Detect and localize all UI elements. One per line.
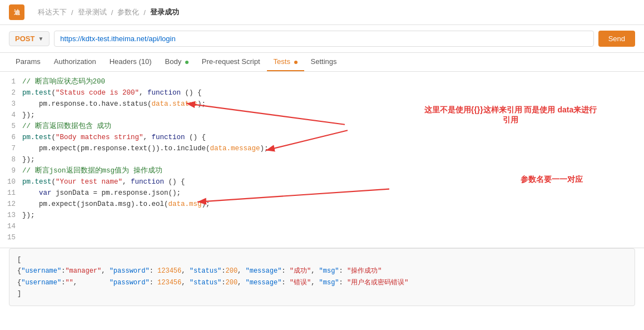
top-bar: 迪 科达天下 / 登录测试 / 参数化 / 登录成功 <box>0 0 644 25</box>
method-label: POST <box>15 35 34 43</box>
logo-icon: 迪 <box>9 4 24 20</box>
code-line-8: pm.expect(pm.response.text()).to.include… <box>22 143 635 154</box>
tests-dot <box>294 61 298 64</box>
code-line-3: pm.response.to.have.status(data.status); <box>22 98 635 110</box>
dropdown-arrow-icon: ▼ <box>38 36 43 42</box>
data-panel-line-2: {"username":"", "password": 123456, "sta… <box>17 277 627 288</box>
logo: 迪 <box>9 4 29 20</box>
code-line-6: // 断言返回数据包含 成功 <box>22 121 635 132</box>
breadcrumb: 科达天下 / 登录测试 / 参数化 / 登录成功 <box>36 7 181 17</box>
send-button[interactable]: Send <box>598 31 635 47</box>
body-dot <box>185 61 189 64</box>
code-content: // 断言响应状态码为200 pm.test("Status code is 2… <box>22 76 644 243</box>
tab-body[interactable]: Body <box>158 53 195 71</box>
tab-pre-request-script[interactable]: Pre-request Script <box>195 53 267 71</box>
url-bar: POST ▼ Send <box>0 25 644 53</box>
method-select[interactable]: POST ▼ <box>9 31 49 46</box>
tab-authorization[interactable]: Authorization <box>47 53 103 71</box>
code-line-11: // 断言json返回数据的msg值为 操作成功 <box>22 165 635 176</box>
main-content: 12345 678910 1112131415 // 断言响应状态码为200 p… <box>0 72 644 306</box>
data-panel: [ {"username":"manager", "password": 123… <box>9 248 635 306</box>
code-line-14: pm.expect(jsonData.msg).to.eol(data.msg)… <box>22 199 635 210</box>
code-line-13: var jsonData = pm.response.json(); <box>22 188 635 199</box>
breadcrumb-item-1[interactable]: 科达天下 <box>38 7 67 17</box>
code-line-9: }); <box>22 154 635 165</box>
code-lines: 12345 678910 1112131415 // 断言响应状态码为200 p… <box>0 72 644 248</box>
tab-settings[interactable]: Settings <box>304 53 344 71</box>
tab-tests[interactable]: Tests <box>267 53 304 71</box>
tab-params[interactable]: Params <box>9 53 47 71</box>
code-line-12: pm.test("Your test name", function () { <box>22 176 635 188</box>
code-line-15: }); <box>22 210 635 221</box>
code-editor: 12345 678910 1112131415 // 断言响应状态码为200 p… <box>0 72 644 248</box>
code-line-4: }); <box>22 110 635 121</box>
breadcrumb-item-3[interactable]: 参数化 <box>117 7 139 17</box>
code-line-1: // 断言响应状态码为200 <box>22 76 635 87</box>
data-panel-line-3: ] <box>17 288 627 299</box>
tab-headers[interactable]: Headers (10) <box>103 53 158 71</box>
url-input[interactable] <box>54 31 593 47</box>
breadcrumb-current: 登录成功 <box>150 7 179 17</box>
data-panel-line-0: [ <box>17 254 627 265</box>
code-line-2: pm.test("Status code is 200", function (… <box>22 87 635 98</box>
line-numbers: 12345 678910 1112131415 <box>0 76 22 243</box>
data-panel-line-1: {"username":"manager", "password": 12345… <box>17 265 627 277</box>
tabs-bar: Params Authorization Headers (10) Body P… <box>0 53 644 72</box>
code-line-7: pm.test("Body matches string", function … <box>22 132 635 143</box>
breadcrumb-item-2[interactable]: 登录测试 <box>78 7 107 17</box>
